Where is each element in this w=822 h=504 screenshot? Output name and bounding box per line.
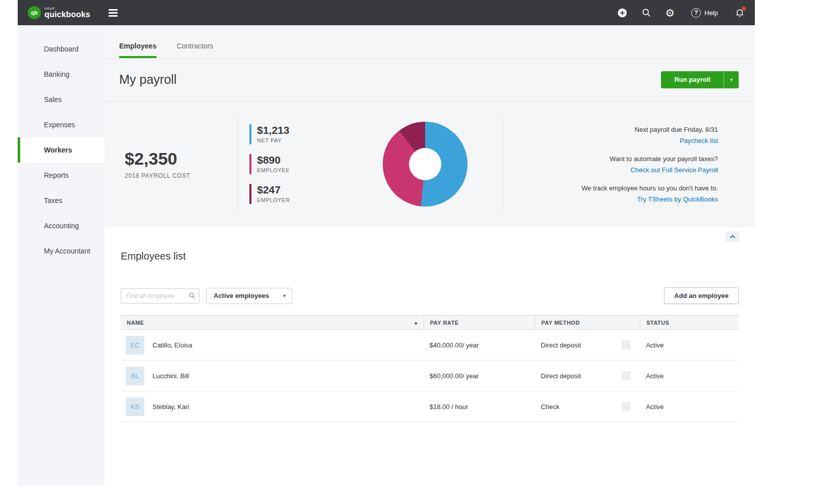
topbar: qb intuit quickbooks ⚙ ? Help xyxy=(18,0,755,25)
breakdown-employer: $247 EMPLOYER xyxy=(249,184,348,204)
payroll-breakdown: $1,213 NET PAY $890 EMPLOYEE xyxy=(238,124,348,204)
app-body: Dashboard Banking Sales Expenses Workers… xyxy=(18,25,755,486)
table-header: NAME ▲ PAY RATE PAY METHOD STATUS xyxy=(121,315,739,330)
sort-asc-icon: ▲ xyxy=(414,320,418,325)
brand-text: intuit quickbooks xyxy=(44,7,90,19)
notice-next-payroll: Next payroll due Friday, 8/31 Paycheck l… xyxy=(502,125,718,145)
payroll-total: $2,350 2018 PAYROLL COST xyxy=(105,149,238,179)
breakdown-employee: $890 EMPLOYEE xyxy=(249,154,348,174)
employee-avatar: BL xyxy=(126,367,144,385)
payroll-notices: Next payroll due Friday, 8/31 Paycheck l… xyxy=(502,125,755,204)
column-header-status[interactable]: STATUS xyxy=(640,316,739,329)
net-pay-color-bar xyxy=(249,124,251,144)
paycheck-list-link[interactable]: Paycheck list xyxy=(680,136,718,145)
filter-value: Active employees xyxy=(214,292,269,299)
employee-status: Active xyxy=(640,372,739,380)
employee-pay-method: Direct deposit xyxy=(541,372,581,380)
search-input[interactable] xyxy=(121,288,199,304)
tab-contractors[interactable]: Contractors xyxy=(177,42,213,58)
collapse-summary-button[interactable] xyxy=(726,231,740,242)
track-hours-text: We track employee hours so you don't hav… xyxy=(502,183,718,193)
notification-dot xyxy=(742,7,746,11)
row-action-placeholder-icon[interactable] xyxy=(622,371,631,380)
sidebar-item-taxes[interactable]: Taxes xyxy=(18,188,105,213)
row-action-placeholder-icon[interactable] xyxy=(622,340,631,349)
employer-color-bar xyxy=(249,184,251,204)
payroll-summary-section: Employees Contractors My payroll Run pay… xyxy=(105,25,755,227)
employee-pay-method: Check xyxy=(541,403,559,411)
page-title: My payroll xyxy=(119,72,177,87)
quickbooks-logo[interactable]: qb intuit quickbooks xyxy=(28,6,90,19)
run-payroll-group: Run payroll ▾ xyxy=(661,71,739,88)
sidebar-item-workers[interactable]: Workers xyxy=(18,137,105,163)
employer-amount: $247 xyxy=(257,184,290,195)
breakdown-net-pay: $1,213 NET PAY xyxy=(249,124,348,144)
employee-color-bar xyxy=(249,154,251,174)
tabs-row: Employees Contractors xyxy=(105,25,755,59)
sidebar-item-my-accountant[interactable]: My Accountant xyxy=(18,238,105,264)
search-icon[interactable] xyxy=(641,8,651,18)
sidebar-item-expenses[interactable]: Expenses xyxy=(18,112,105,137)
help-icon: ? xyxy=(691,8,701,18)
notice-automate-taxes: Want to automate your payroll taxes? Che… xyxy=(502,154,718,175)
employee-name[interactable]: Catillo, Eloisa xyxy=(152,341,192,349)
employee-status: Active xyxy=(640,403,739,411)
sidebar-item-dashboard[interactable]: Dashboard xyxy=(18,36,105,62)
run-payroll-button[interactable]: Run payroll xyxy=(661,71,724,88)
chevron-down-icon: ▾ xyxy=(283,293,286,298)
employee-pay-rate: $40,000.00/ year xyxy=(424,341,535,349)
donut-wrap xyxy=(348,122,502,207)
tab-employees[interactable]: Employees xyxy=(119,42,157,58)
employee-row[interactable]: KS Steblay, Kari $18.00 / hour Check Act… xyxy=(121,391,739,422)
notice-track-hours: We track employee hours so you don't hav… xyxy=(502,183,718,204)
total-amount: $2,350 xyxy=(125,149,238,169)
employee-pay-method: Direct deposit xyxy=(541,341,581,349)
payroll-header: My payroll Run payroll ▾ xyxy=(105,59,755,101)
payroll-donut-chart xyxy=(383,122,468,207)
employee-label: EMPLOYEE xyxy=(257,167,290,173)
help-label: Help xyxy=(704,9,718,17)
employee-pay-rate: $60,000.00/ year xyxy=(424,372,535,380)
total-label: 2018 PAYROLL COST xyxy=(125,172,238,179)
settings-gear-icon[interactable]: ⚙ xyxy=(665,8,675,18)
employee-search xyxy=(121,288,199,304)
employees-panel: Employees list Active employees ▾ Add an… xyxy=(105,227,755,486)
employee-name[interactable]: Lucchini, Bill xyxy=(152,372,189,380)
column-header-pay-method[interactable]: PAY METHOD xyxy=(535,316,640,329)
column-header-pay-rate[interactable]: PAY RATE xyxy=(424,316,535,329)
sidebar-item-banking[interactable]: Banking xyxy=(18,62,105,87)
net-pay-amount: $1,213 xyxy=(257,124,289,136)
app-window: qb intuit quickbooks ⚙ ? Help xyxy=(18,0,755,486)
employee-row[interactable]: BL Lucchini, Bill $60,000.00/ year Direc… xyxy=(121,361,739,391)
qb-logo-icon: qb xyxy=(28,6,41,19)
hamburger-menu-icon[interactable] xyxy=(107,7,120,19)
net-pay-label: NET PAY xyxy=(257,137,289,143)
tsheets-link[interactable]: Try TSheets by QuickBooks xyxy=(637,194,718,204)
sidebar-item-reports[interactable]: Reports xyxy=(18,163,105,188)
employees-table: NAME ▲ PAY RATE PAY METHOD STATUS EC Cat… xyxy=(121,315,739,422)
employee-pay-rate: $18.00 / hour xyxy=(424,403,535,411)
employee-avatar: KS xyxy=(126,397,144,416)
column-header-name[interactable]: NAME ▲ xyxy=(121,316,424,329)
next-payroll-text: Next payroll due Friday, 8/31 xyxy=(502,125,718,134)
sidebar-item-sales[interactable]: Sales xyxy=(18,87,105,112)
employee-filter-dropdown[interactable]: Active employees ▾ xyxy=(206,288,292,304)
help-button[interactable]: ? Help xyxy=(688,8,721,18)
intuit-label: intuit xyxy=(44,7,90,10)
full-service-payroll-link[interactable]: Check out Full Service Payroll xyxy=(631,165,718,175)
notifications-bell-icon[interactable] xyxy=(735,8,745,18)
employees-controls: Active employees ▾ Add an employee xyxy=(121,287,739,304)
add-employee-button[interactable]: Add an employee xyxy=(664,287,739,304)
main-content: Employees Contractors My payroll Run pay… xyxy=(105,25,755,486)
employee-row[interactable]: EC Catillo, Eloisa $40,000.00/ year Dire… xyxy=(121,330,739,361)
run-payroll-dropdown[interactable]: ▾ xyxy=(724,71,739,88)
row-action-placeholder-icon[interactable] xyxy=(622,402,631,411)
employer-label: EMPLOYER xyxy=(257,197,290,203)
employee-amount: $890 xyxy=(257,154,290,166)
plus-icon[interactable] xyxy=(617,8,628,18)
topbar-actions: ⚙ ? Help xyxy=(617,8,745,18)
quickbooks-label: quickbooks xyxy=(44,11,90,19)
sidebar-item-accounting[interactable]: Accounting xyxy=(18,213,105,238)
automate-taxes-text: Want to automate your payroll taxes? xyxy=(502,154,718,164)
employee-name[interactable]: Steblay, Kari xyxy=(152,403,189,411)
